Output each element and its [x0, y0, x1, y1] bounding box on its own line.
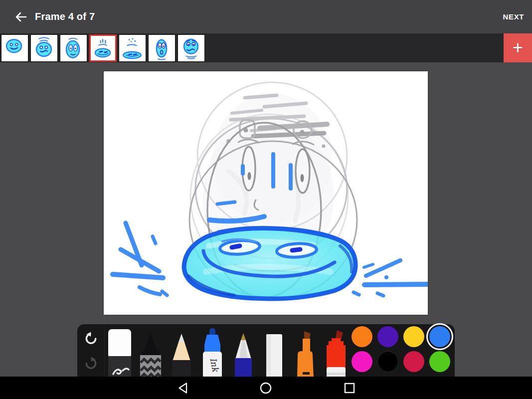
frame-thumbnail-4[interactable] — [89, 34, 117, 62]
tool-pen[interactable] — [230, 332, 257, 378]
next-button[interactable]: NEXT — [503, 0, 524, 33]
frame-thumbnail-7[interactable] — [177, 34, 205, 62]
frame-thumbnail-6[interactable] — [148, 34, 176, 62]
swatch-blue[interactable] — [429, 326, 450, 347]
tool-crayon[interactable] — [137, 332, 164, 378]
add-frame-button[interactable]: + — [504, 33, 532, 62]
nav-home-button[interactable] — [255, 377, 277, 399]
crayon-icon — [137, 332, 164, 378]
paint-marker-icon — [323, 330, 350, 378]
swatch-orange[interactable] — [352, 326, 372, 347]
swatch-black[interactable] — [377, 351, 398, 372]
marker-icon: Ink — [199, 328, 226, 378]
nav-back-button[interactable] — [172, 377, 194, 399]
pen-icon — [230, 332, 257, 378]
tool-eraser[interactable] — [106, 328, 133, 378]
nav-home-circle-icon — [260, 382, 272, 394]
frame-2-preview — [31, 35, 57, 61]
swatch-crimson[interactable] — [403, 351, 424, 372]
frame-thumbnail-5[interactable] — [119, 34, 146, 62]
tool-highlighter[interactable] — [292, 330, 319, 378]
undo-icon — [84, 332, 98, 345]
color-swatches — [352, 326, 450, 372]
drawing-canvas[interactable] — [104, 71, 428, 315]
frame-1-preview — [1, 35, 28, 61]
drawing-tools: Ink — [105, 324, 350, 378]
canvas-artwork — [104, 71, 428, 315]
frame-6-preview — [149, 35, 175, 61]
redo-button[interactable] — [81, 353, 101, 373]
swatch-green[interactable] — [429, 351, 450, 372]
nav-back-triangle-icon — [177, 382, 188, 394]
android-nav-bar — [0, 377, 532, 399]
chalk-icon — [261, 333, 288, 378]
plus-icon: + — [513, 37, 523, 58]
frame-3-preview — [60, 35, 87, 61]
pencil-icon — [168, 332, 195, 378]
frame-7-preview — [178, 35, 204, 61]
frame-thumbnail-1[interactable] — [1, 34, 28, 62]
tool-pencil[interactable] — [168, 332, 195, 378]
swatch-purple[interactable] — [377, 326, 398, 347]
tool-marker[interactable]: Ink — [199, 328, 226, 378]
frame-thumbnail-3[interactable] — [60, 34, 87, 62]
tool-chalk[interactable] — [261, 333, 288, 378]
top-bar: Frame 4 of 7 NEXT — [0, 0, 532, 33]
highlighter-icon — [292, 330, 319, 378]
nav-recents-button[interactable] — [339, 377, 360, 399]
back-arrow-icon — [14, 10, 27, 23]
back-button[interactable] — [11, 7, 31, 27]
current-frame-blob — [184, 228, 355, 299]
undo-redo-group — [77, 324, 105, 378]
tool-palette: Ink — [77, 324, 455, 378]
frame-thumbnail-2[interactable] — [30, 34, 58, 62]
frame-4-preview — [91, 36, 115, 60]
frame-5-preview — [119, 35, 146, 61]
swatch-yellow[interactable] — [403, 326, 424, 347]
app-screen: Frame 4 of 7 NEXT + — [0, 0, 532, 399]
eraser-icon — [106, 328, 133, 378]
nav-recents-square-icon — [344, 383, 355, 394]
redo-icon — [84, 357, 98, 370]
filmstrip — [0, 33, 532, 62]
swatch-magenta[interactable] — [352, 351, 372, 372]
tool-paint-marker[interactable] — [323, 330, 350, 378]
page-title: Frame 4 of 7 — [35, 0, 95, 33]
undo-button[interactable] — [81, 328, 101, 348]
